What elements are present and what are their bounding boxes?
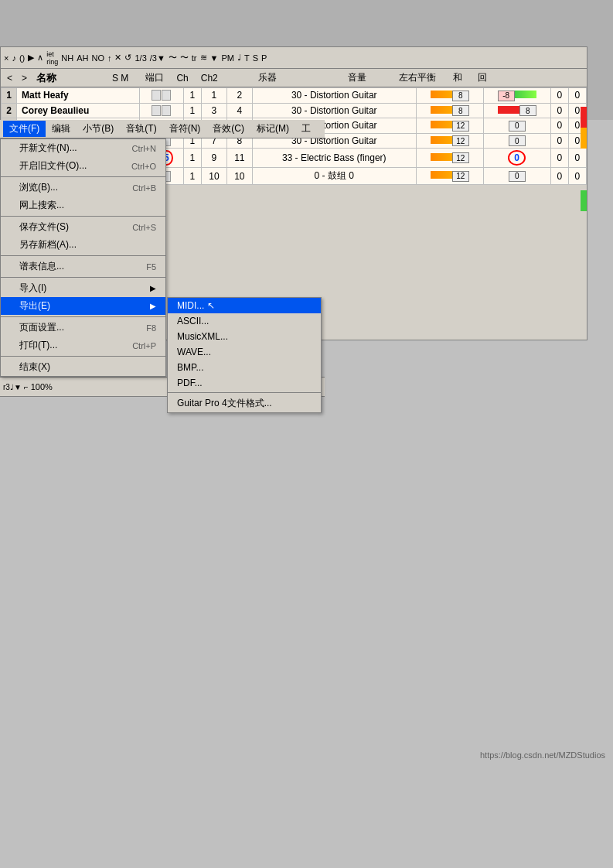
toolbar-paren[interactable]: () [19, 53, 25, 63]
main-content: 文件(F) 编辑 小节(B) 音轨(T) 音符(N) 音效(C) 标记(M) 工… [0, 120, 603, 397]
file-menu: 开新文件(N)... Ctrl+N 开启旧文件(O)... Ctrl+O 浏览(… [0, 138, 166, 377]
nav-bar: < > 名称 S M 端口 Ch Ch2 乐器 音量 左右平衡 和 回 [1, 69, 587, 87]
tb2-percent: 100% [31, 382, 53, 391]
toolbar-up[interactable]: ↑ [107, 53, 112, 63]
menu-bar: 文件(F) 编辑 小节(B) 音轨(T) 音符(N) 音效(C) 标记(M) 工 [0, 120, 325, 138]
toolbar-tilde[interactable]: ≋ [200, 53, 207, 63]
menu-fx[interactable]: 音效(C) [206, 121, 250, 137]
nav-sm: S M [112, 73, 128, 84]
menu-bar-bar[interactable]: 小节(B) [77, 121, 120, 137]
separator-5 [1, 316, 165, 317]
tb2-icon1[interactable]: ⌐ [24, 383, 29, 391]
toolbar-13[interactable]: 1/3 [135, 53, 146, 63]
port-1: 1 [183, 88, 201, 104]
ch2-1: 2 [226, 88, 252, 104]
instrument-1: 30 - Distortion Guitar [252, 88, 416, 104]
table-row[interactable]: 2 Corey Beaulieu 1 3 4 30 - Distortion G… [2, 103, 587, 118]
menu-browse[interactable]: 浏览(B)... Ctrl+B [1, 179, 165, 196]
toolbar-3v[interactable]: /3▼ [150, 53, 165, 63]
rev-1: 0 [568, 88, 586, 104]
sum-1: 0 [550, 88, 568, 104]
separator-4 [1, 277, 165, 278]
menu-note[interactable]: 音符(N) [163, 121, 207, 137]
port-2: 1 [183, 103, 201, 118]
nav-balance: 左右平衡 [399, 71, 436, 84]
submenu-wave[interactable]: WAVE... [168, 344, 321, 360]
toolbar-no[interactable]: NO [91, 53, 104, 63]
separator-3 [1, 255, 165, 256]
submenu-ascii[interactable]: ASCII... [168, 313, 321, 329]
instrument-2: 30 - Distortion Guitar [252, 103, 416, 118]
toolbar-q[interactable]: ♩ [237, 53, 241, 63]
toolbar-arc[interactable]: ↺ [124, 53, 131, 63]
toolbar-note[interactable]: ♪ [12, 53, 16, 63]
menu-file[interactable]: 文件(F) [3, 121, 46, 137]
name-cell-2: Corey Beaulieu [17, 103, 140, 118]
menu-tool[interactable]: 工 [295, 121, 317, 137]
ch-2: 3 [201, 103, 226, 118]
toolbar-ah[interactable]: AH [77, 53, 88, 63]
menu-print[interactable]: 打印(T)... Ctrl+P [1, 337, 165, 354]
nav-ch: Ch [176, 73, 188, 84]
toolbar-play[interactable]: ▶ [28, 53, 34, 63]
submenu-gp4[interactable]: Guitar Pro 4文件格式... [168, 395, 321, 412]
ch-1: 1 [201, 88, 226, 104]
nav-next[interactable]: > [22, 73, 27, 84]
menu-edit[interactable]: 编辑 [46, 121, 77, 137]
menu-overlay: 文件(F) 编辑 小节(B) 音轨(T) 音符(N) 音效(C) 标记(M) 工… [0, 120, 325, 397]
sum-2: 0 [550, 103, 568, 118]
separator-1 [1, 176, 165, 177]
menu-new-file[interactable]: 开新文件(N)... Ctrl+N [1, 139, 165, 157]
submenu-musicxml[interactable]: MusicXML... [168, 329, 321, 344]
menu-open-file[interactable]: 开启旧文件(O)... Ctrl+O [1, 157, 165, 175]
toolbar-wave2[interactable]: 〜 [180, 52, 189, 63]
ch2-2: 4 [226, 103, 252, 118]
row-num-1: 1 [2, 88, 17, 104]
toolbar-wave1[interactable]: 〜 [169, 52, 177, 63]
menu-mark[interactable]: 标记(M) [250, 121, 295, 137]
toolbar-caret[interactable]: ∧ [37, 53, 43, 63]
table-row[interactable]: 1 Matt Heafy 1 1 2 30 - Distortion Guita… [2, 88, 587, 104]
toolbar-tr[interactable]: tr [192, 53, 197, 63]
menu-score-info[interactable]: 谱表信息... F5 [1, 258, 165, 275]
nav-title: 名称 [36, 71, 56, 85]
bal-1: -8 [483, 88, 550, 104]
toolbar-t[interactable]: T [244, 53, 250, 63]
name-cell-1: Matt Heafy [17, 88, 140, 104]
tb2-ritem[interactable]: r3♩▼ [3, 383, 22, 391]
menu-save-as[interactable]: 另存新档(A)... [1, 236, 165, 254]
toolbar-x[interactable]: × [4, 53, 9, 63]
nav-port: 端口 [145, 71, 164, 84]
toolbar-iet[interactable]: ietring [46, 50, 58, 66]
toolbar-row1: × ♪ () ▶ ∧ ietring NH AH NO ↑ ✕ ↺ 1/3 /3… [1, 47, 587, 69]
menu-exit[interactable]: 结束(X) [1, 358, 165, 376]
submenu-separator [168, 392, 321, 393]
toolbar-p[interactable]: P [261, 53, 267, 63]
vol-1: 8 [416, 88, 483, 104]
toolbar-cross[interactable]: ✕ [114, 53, 121, 63]
menu-export[interactable]: 导出(E) ▶ MIDI... ↖ ASCII... MusicXML... [1, 297, 165, 315]
submenu-pdf[interactable]: PDF... [168, 375, 321, 391]
menu-online-search[interactable]: 网上搜索... [1, 196, 165, 214]
nav-prev[interactable]: < [7, 73, 12, 84]
bal-2: 8 [483, 103, 550, 118]
separator-2 [1, 216, 165, 217]
toolbar-s[interactable]: S [253, 53, 258, 63]
menu-track[interactable]: 音轨(T) [120, 121, 162, 137]
sm-cell-1 [139, 88, 183, 104]
nav-rev: 回 [478, 71, 487, 84]
toolbar-nh[interactable]: NH [61, 53, 73, 63]
menu-save[interactable]: 保存文件(S) Ctrl+S [1, 218, 165, 236]
submenu-midi[interactable]: MIDI... ↖ [168, 298, 321, 313]
menu-page-setup[interactable]: 页面设置... F8 [1, 319, 165, 337]
toolbar-arrow-v[interactable]: ▼ [210, 53, 219, 63]
nav-volume: 音量 [348, 71, 366, 84]
nav-instrument: 乐器 [258, 71, 277, 84]
toolbar-pm[interactable]: PM [221, 53, 234, 63]
sm-cell-2 [139, 103, 183, 118]
row-num-2: 2 [2, 103, 17, 118]
menu-import[interactable]: 导入(I) ▶ [1, 279, 165, 297]
vol-2: 8 [416, 103, 483, 118]
submenu-bmp[interactable]: BMP... [168, 360, 321, 375]
nav-sum: 和 [453, 71, 462, 84]
